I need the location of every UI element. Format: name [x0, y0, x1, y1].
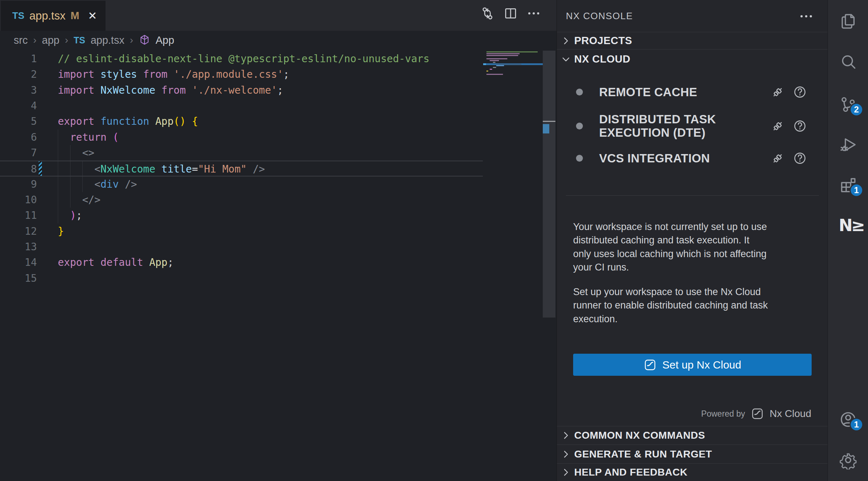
section-label: GENERATE & RUN TARGET	[574, 448, 712, 460]
code-editor[interactable]: 1// eslint-disable-next-line @typescript…	[0, 51, 483, 286]
line-number[interactable]: 8	[0, 161, 37, 177]
line-number[interactable]: 7	[0, 145, 37, 161]
line-number[interactable]: 10	[0, 192, 37, 208]
status-dot	[576, 123, 583, 129]
nx-cloud-feature-row: REMOTE CACHE	[557, 83, 828, 101]
breadcrumb-folder[interactable]: src	[14, 34, 28, 46]
code-line-4[interactable]: 4	[0, 98, 483, 114]
editor-actions	[480, 6, 541, 21]
section-label: PROJECTS	[574, 35, 632, 47]
line-content	[37, 100, 58, 112]
code-line-3[interactable]: 3import NxWelcome from './nx-welcome';	[0, 82, 483, 98]
minimap[interactable]	[486, 51, 543, 91]
chevron-down-icon	[560, 54, 571, 65]
line-number[interactable]: 12	[0, 224, 37, 239]
connect-icon[interactable]	[771, 85, 785, 99]
code-line-12[interactable]: 12}	[0, 224, 483, 239]
brand-name[interactable]: Nx Cloud	[770, 408, 811, 420]
line-content: </>	[37, 194, 100, 206]
line-content: // eslint-disable-next-line @typescript-…	[37, 53, 429, 65]
activity-item-nx-console-icon[interactable]: N≥	[839, 216, 858, 235]
line-number[interactable]: 14	[0, 255, 37, 270]
breadcrumb-symbol[interactable]: App	[156, 34, 175, 46]
help-icon[interactable]	[793, 119, 807, 133]
line-content: <>	[37, 147, 94, 159]
status-dot	[576, 89, 583, 95]
help-icon[interactable]	[793, 151, 807, 165]
line-number[interactable]: 9	[0, 176, 37, 192]
section-nx-cloud[interactable]: NX CLOUD	[557, 49, 828, 69]
line-content: );	[37, 209, 82, 221]
code-line-1[interactable]: 1// eslint-disable-next-line @typescript…	[0, 51, 483, 67]
breadcrumb-folder[interactable]: app	[42, 34, 59, 46]
line-content: }	[37, 225, 64, 237]
nx-cloud-feature-row: VCS INTEGRATION	[557, 149, 828, 167]
line-content: <div />	[37, 178, 137, 190]
section-projects[interactable]: PROJECTS	[557, 32, 828, 49]
scrollbar[interactable]	[543, 51, 555, 318]
line-content: return (	[37, 131, 119, 143]
activity-bar: 21N≥1	[828, 0, 868, 481]
code-line-15[interactable]: 15	[0, 271, 483, 286]
nx-cloud-description: Set up your workspace to use the Nx Clou…	[573, 285, 813, 326]
activity-item-search-icon[interactable]	[839, 53, 858, 72]
connect-icon[interactable]	[771, 119, 785, 133]
nx-cloud-logo-icon	[751, 407, 764, 420]
section-label: HELP AND FEEDBACK	[574, 467, 687, 478]
nx-console-panel: NX CONSOLE PROJECTS NX CLOUD REMOTE CACH…	[557, 0, 828, 481]
setup-nx-cloud-button[interactable]: Set up Nx Cloud	[573, 354, 812, 376]
tab-app-tsx[interactable]: TS app.tsx M ✕	[1, 1, 106, 31]
panel-more-actions-icon[interactable]	[798, 8, 814, 24]
activity-item-run-and-debug-icon[interactable]	[839, 135, 858, 154]
chevron-right-icon	[560, 467, 571, 478]
code-line-11[interactable]: 11 );	[0, 208, 483, 223]
line-number[interactable]: 11	[0, 208, 37, 223]
open-changes-icon[interactable]	[480, 6, 495, 21]
code-line-9[interactable]: 9 <div />	[0, 176, 483, 192]
breadcrumb-file[interactable]: app.tsx	[91, 34, 125, 46]
powered-by: Powered by Nx Cloud	[701, 406, 811, 422]
code-line-13[interactable]: 13	[0, 239, 483, 255]
close-icon[interactable]: ✕	[88, 9, 97, 22]
modified-badge: M	[70, 10, 79, 22]
section-common-nx-commands[interactable]: COMMON NX COMMANDS	[557, 426, 828, 444]
code-line-7[interactable]: 7 <>	[0, 145, 483, 161]
typescript-file-icon: TS	[74, 35, 85, 46]
activity-item-settings-icon[interactable]	[839, 451, 858, 469]
breadcrumb-separator: ›	[33, 34, 36, 46]
line-number[interactable]: 2	[0, 67, 37, 82]
code-line-5[interactable]: 5export function App() {	[0, 114, 483, 129]
code-line-2[interactable]: 2import styles from './app.module.css';	[0, 67, 483, 82]
more-actions-icon[interactable]	[526, 6, 541, 21]
badge: 2	[850, 103, 863, 116]
feature-label: VCS INTEGRATION	[599, 152, 710, 165]
line-number[interactable]: 3	[0, 82, 37, 98]
typescript-file-icon: TS	[12, 10, 24, 21]
nx-cloud-logo-icon	[644, 358, 657, 371]
badge: 1	[850, 418, 863, 431]
line-number[interactable]: 13	[0, 239, 37, 255]
code-line-14[interactable]: 14export default App;	[0, 255, 483, 270]
chevron-right-icon	[560, 449, 571, 460]
breadcrumb: src › app › TS app.tsx › App	[0, 31, 557, 50]
vscode-window: TS app.tsx M ✕ src › app › TS app.tsx › …	[0, 0, 868, 481]
line-number[interactable]: 4	[0, 98, 37, 114]
line-content: import styles from './app.module.css';	[37, 68, 289, 80]
section-generate-run-target[interactable]: GENERATE & RUN TARGET	[557, 444, 828, 463]
tab-filename: app.tsx	[29, 9, 65, 22]
code-line-6[interactable]: 6 return (	[0, 129, 483, 145]
section-help-and-feedback[interactable]: HELP AND FEEDBACK	[557, 463, 828, 481]
line-number[interactable]: 6	[0, 129, 37, 145]
code-line-8[interactable]: 8 <NxWelcome title="Hi Mom" />	[0, 161, 483, 176]
code-line-10[interactable]: 10 </>	[0, 192, 483, 208]
line-number[interactable]: 15	[0, 271, 37, 286]
line-content: <NxWelcome title="Hi Mom" />	[37, 163, 265, 175]
split-editor-icon[interactable]	[503, 6, 518, 21]
activity-item-explorer-icon[interactable]	[839, 12, 858, 31]
line-number[interactable]: 5	[0, 114, 37, 129]
connect-icon[interactable]	[771, 151, 785, 165]
help-icon[interactable]	[793, 85, 807, 99]
line-number[interactable]: 1	[0, 51, 37, 67]
overview-ruler-modified-marker	[543, 124, 549, 133]
section-label: COMMON NX COMMANDS	[574, 430, 705, 441]
